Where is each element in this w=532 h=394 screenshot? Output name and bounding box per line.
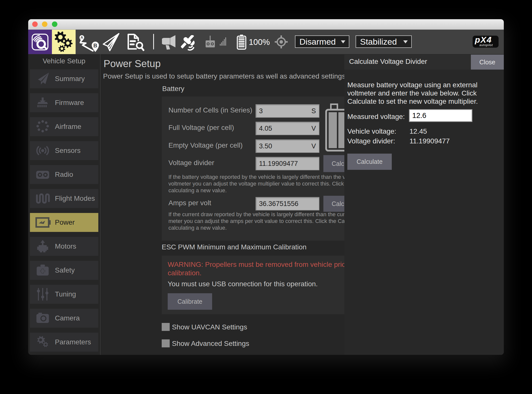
svg-text:A: A — [81, 35, 83, 39]
svg-text:B: B — [93, 42, 97, 49]
